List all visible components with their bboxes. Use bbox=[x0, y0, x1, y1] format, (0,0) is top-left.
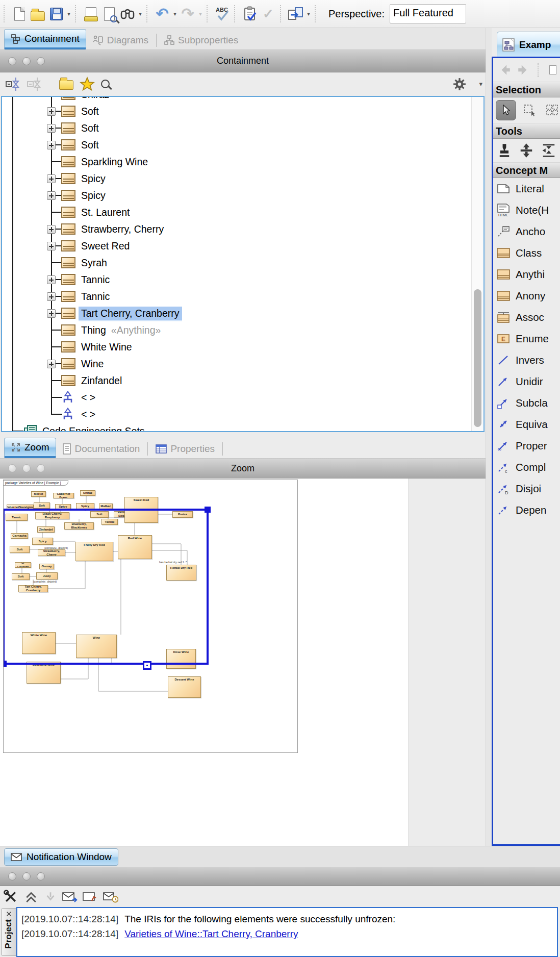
palette-item-unidirectional[interactable]: Unidir bbox=[493, 371, 560, 392]
tree-options-gear[interactable] bbox=[453, 78, 466, 91]
print-preview-button[interactable] bbox=[100, 4, 118, 24]
tree-item[interactable]: St. Laurent bbox=[2, 204, 483, 221]
tree-expand-toggle[interactable] bbox=[47, 107, 56, 116]
validation-button[interactable] bbox=[241, 4, 259, 24]
tab-subproperties[interactable]: Subproperties bbox=[158, 31, 244, 49]
export-message-icon[interactable] bbox=[62, 891, 78, 903]
undo-button[interactable]: ↶ bbox=[153, 4, 171, 24]
find-button[interactable] bbox=[118, 4, 137, 24]
palette-item-anchor[interactable]: Ancho bbox=[493, 221, 560, 242]
palette-section-concept-modeling[interactable]: Concept M bbox=[493, 162, 560, 178]
redo-dropdown-caret[interactable]: ▾ bbox=[197, 10, 204, 17]
tree-item[interactable]: Shiraz bbox=[2, 96, 483, 103]
collapse-messages-icon[interactable] bbox=[23, 889, 39, 904]
tab-containment[interactable]: Containment bbox=[4, 29, 86, 49]
tree-scrollbar-thumb[interactable] bbox=[474, 289, 481, 427]
zoom-viewport-rect[interactable] bbox=[3, 509, 209, 665]
palette-nav-partial-icon[interactable] bbox=[549, 65, 556, 74]
tree-expand-toggle[interactable] bbox=[47, 124, 56, 133]
tree-expand-toggle[interactable] bbox=[47, 242, 56, 250]
tree-expand-toggle[interactable] bbox=[47, 225, 56, 234]
perspective-select[interactable]: Full Featured bbox=[390, 4, 466, 23]
palette-item-literal[interactable]: Literal bbox=[493, 178, 560, 199]
collapse-selected-button[interactable] bbox=[27, 77, 42, 92]
collapse-all-button[interactable] bbox=[5, 77, 20, 92]
tree-expand-toggle[interactable] bbox=[47, 141, 56, 149]
scroll-down-icon[interactable] bbox=[44, 890, 57, 903]
spell-check-button[interactable]: ABC bbox=[213, 4, 232, 24]
palette-item-note-html[interactable]: HTMLNote(H bbox=[493, 199, 560, 221]
tab-properties[interactable]: Properties bbox=[149, 440, 221, 458]
palette-item-enumeration[interactable]: EEnume bbox=[493, 328, 560, 349]
tree-item[interactable]: Strawberry, Cherry bbox=[2, 221, 483, 238]
tree-item[interactable]: < > bbox=[2, 389, 483, 406]
palette-item-class[interactable]: Class bbox=[493, 242, 560, 264]
find-dropdown-caret[interactable]: ▾ bbox=[137, 10, 144, 17]
back-arrow-icon[interactable] bbox=[498, 63, 512, 77]
tree-expand-toggle[interactable] bbox=[47, 309, 56, 318]
containment-tree[interactable]: ShirazSoftSoftSoftSparkling WineSpicySpi… bbox=[1, 96, 485, 432]
tab-zoom[interactable]: Zoom bbox=[4, 438, 56, 458]
tree-item[interactable]: Tannic bbox=[2, 288, 483, 305]
save-dropdown-caret[interactable]: ▾ bbox=[65, 10, 72, 17]
multi-select-tool-button[interactable] bbox=[543, 100, 560, 120]
tree-item[interactable]: Spicy bbox=[2, 170, 483, 187]
tree-expand-toggle[interactable] bbox=[47, 360, 56, 368]
log-element-link[interactable]: Varieties of Wine::Tart Cherry, Cranberr… bbox=[124, 926, 298, 941]
zoom-minimap-canvas[interactable]: package Varieties of Wine [ Example ] Me… bbox=[3, 480, 298, 753]
tree-scrollbar[interactable] bbox=[471, 97, 483, 431]
tree-item[interactable]: Code Engineering Sets bbox=[2, 423, 483, 432]
tree-expand-toggle[interactable] bbox=[47, 275, 56, 284]
notification-settings-icon[interactable] bbox=[3, 889, 18, 904]
mark-message-icon[interactable] bbox=[83, 891, 98, 903]
import-export-button[interactable] bbox=[287, 4, 305, 24]
palette-item-subclass[interactable]: Subcla bbox=[493, 392, 560, 414]
tree-expand-toggle[interactable] bbox=[47, 191, 56, 200]
tree-item[interactable]: Thing«Anything» bbox=[2, 322, 483, 339]
tree-item[interactable]: < > bbox=[2, 406, 483, 423]
favorites-button[interactable] bbox=[80, 77, 95, 92]
commit-check-icon[interactable]: ✓ bbox=[259, 4, 277, 24]
palette-item-dependency[interactable]: Depen bbox=[493, 499, 560, 521]
stamp-tool-icon[interactable] bbox=[497, 143, 512, 158]
tree-options-caret[interactable]: ▾ bbox=[479, 80, 482, 88]
palette-item-inverse[interactable]: Invers bbox=[493, 349, 560, 371]
pointer-tool-button[interactable] bbox=[496, 100, 516, 120]
save-button[interactable] bbox=[47, 4, 65, 24]
dock-splitter[interactable] bbox=[486, 28, 492, 846]
tab-example-diagram[interactable]: Examp bbox=[497, 32, 560, 57]
viewport-handle[interactable] bbox=[3, 661, 7, 667]
message-history-icon[interactable] bbox=[103, 891, 118, 903]
tree-item[interactable]: White Wine bbox=[2, 339, 483, 356]
tree-item[interactable]: Spicy bbox=[2, 187, 483, 204]
palette-item-property-chain[interactable]: ∞Proper bbox=[493, 435, 560, 457]
palette-item-disjoint[interactable]: DDisjoi bbox=[493, 478, 560, 499]
palette-section-tools[interactable]: Tools bbox=[493, 123, 560, 139]
tree-item[interactable]: Zinfandel bbox=[2, 372, 483, 389]
tree-item[interactable]: Syrah bbox=[2, 255, 483, 271]
tree-item[interactable]: Soft bbox=[2, 103, 483, 120]
notification-window-button[interactable]: Notification Window bbox=[4, 848, 118, 866]
palette-item-equivalent[interactable]: Equiva bbox=[493, 414, 560, 435]
undo-dropdown-caret[interactable]: ▾ bbox=[171, 10, 179, 17]
open-project-button[interactable] bbox=[29, 4, 47, 24]
search-button[interactable] bbox=[101, 80, 110, 88]
tree-item[interactable]: Sparkling Wine bbox=[2, 154, 483, 170]
redo-button[interactable]: ↷ bbox=[179, 4, 197, 24]
palette-item-anonymous[interactable]: Anony bbox=[493, 285, 560, 307]
tab-diagrams[interactable]: Diagrams bbox=[86, 31, 155, 49]
viewport-resize-handle[interactable] bbox=[143, 661, 151, 670]
tree-item[interactable]: Tart Cherry, Cranberry bbox=[2, 305, 483, 322]
tree-item[interactable]: Tannic bbox=[2, 271, 483, 288]
new-project-button[interactable] bbox=[10, 4, 29, 24]
tree-item[interactable]: Wine bbox=[2, 356, 483, 372]
viewport-handle[interactable] bbox=[205, 507, 211, 513]
palette-item-complement[interactable]: cCompl bbox=[493, 457, 560, 478]
rect-select-tool-button[interactable] bbox=[519, 100, 540, 120]
tree-expand-toggle[interactable] bbox=[47, 292, 56, 301]
tree-item[interactable]: Soft bbox=[2, 137, 483, 154]
distribute-tool-icon[interactable] bbox=[519, 143, 534, 158]
import-export-caret[interactable]: ▾ bbox=[305, 10, 312, 17]
tree-item[interactable]: Sweet Red bbox=[2, 238, 483, 255]
palette-item-association-class[interactable]: Assoc bbox=[493, 307, 560, 328]
